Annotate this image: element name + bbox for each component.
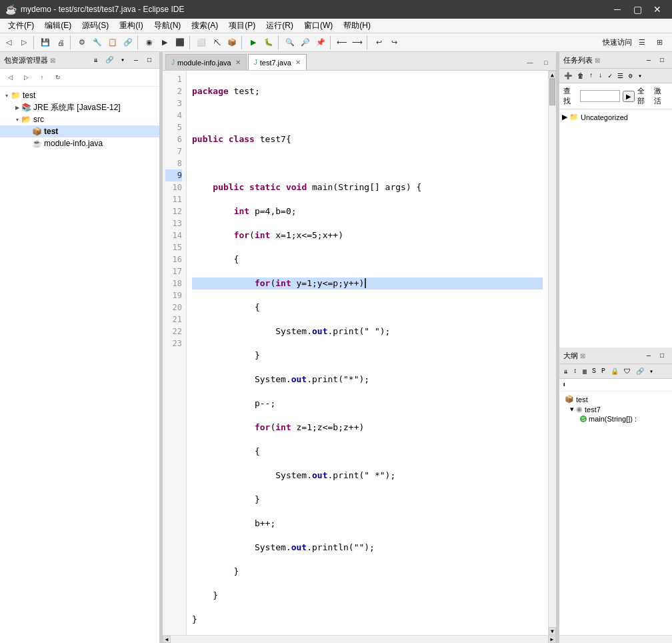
menu-window[interactable]: 窗口(W) — [299, 19, 338, 33]
scroll-up-arrow[interactable]: ▲ — [549, 71, 556, 79]
test7-tab-close[interactable]: ✕ — [295, 59, 301, 66]
search-input[interactable] — [580, 90, 620, 102]
task-options-icon[interactable]: ▾ — [636, 71, 644, 81]
tab-test7[interactable]: J test7.java ✕ — [248, 54, 307, 70]
scroll-left-arrow[interactable]: ◀ — [163, 636, 171, 643]
task-min-button[interactable]: — — [643, 54, 655, 66]
tree-item-module-info[interactable]: ☕ module-info.java — [0, 137, 159, 149]
task-filter-icon[interactable]: ☰ — [615, 71, 625, 81]
task-max-button[interactable]: □ — [656, 54, 668, 66]
tree-item-src[interactable]: ▾ 📂 src — [0, 113, 159, 125]
tab-module-info[interactable]: J module-info.java ✕ — [165, 54, 247, 70]
horizontal-scrollbar[interactable]: ◀ ▶ — [163, 635, 556, 643]
task-add-icon[interactable]: ➕ — [562, 71, 574, 81]
toolbar-b4[interactable]: 🔗 — [121, 35, 135, 50]
refresh-button[interactable]: ↻ — [51, 70, 65, 85]
outline-hide-protected-icon[interactable]: 🛡 — [622, 367, 633, 376]
filter-active[interactable]: 激活 — [654, 86, 668, 106]
outline-max-button[interactable]: □ — [656, 350, 668, 362]
maximize-button[interactable]: ▢ — [628, 2, 647, 17]
toolbar-b12[interactable]: 🔎 — [298, 35, 313, 50]
minimize-panel-button[interactable]: — — [130, 54, 142, 66]
menu-navigate[interactable]: 导航(N) — [149, 19, 187, 33]
outline-item-main[interactable]: S main(String[]) : — [562, 414, 669, 424]
outline-collapse-icon[interactable]: ⇊ — [562, 367, 570, 376]
outline-hide-static-icon[interactable]: S — [590, 367, 598, 376]
scroll-right-arrow[interactable]: ▶ — [548, 636, 556, 643]
menu-file[interactable]: 文件(F) — [3, 19, 39, 33]
search-button[interactable]: ▶ — [623, 91, 635, 102]
toolbar-b15[interactable]: ⟶ — [350, 35, 365, 50]
scroll-thumb[interactable] — [549, 79, 555, 105]
module-tab-close[interactable]: ✕ — [235, 59, 241, 66]
toolbar-back[interactable]: ◁ — [1, 35, 16, 50]
toolbar-b11[interactable]: 🔍 — [283, 35, 297, 50]
close-button[interactable]: ✕ — [648, 2, 667, 17]
toolbar-debug[interactable]: 🐛 — [261, 35, 276, 50]
tree-item-test-project[interactable]: ▾ 📁 test — [0, 89, 159, 101]
tab-maximize[interactable]: □ — [539, 55, 553, 70]
scroll-down-arrow[interactable]: ▼ — [549, 627, 556, 635]
toolbar-b10[interactable]: 📦 — [225, 35, 239, 50]
task-delete-icon[interactable]: 🗑 — [575, 71, 586, 81]
outline-hide-fields-icon[interactable]: ▥ — [581, 367, 589, 376]
maximize-panel-button[interactable]: □ — [143, 54, 155, 66]
task-folder-uncategorized[interactable]: ▶ 📁 Uncategorized — [562, 112, 669, 122]
filter-all[interactable]: 全部 — [637, 86, 651, 106]
link-editor-button[interactable]: 🔗 — [103, 54, 115, 66]
view-menu-button[interactable]: ▾ — [117, 54, 129, 66]
tree-item-jre[interactable]: ▶ 📚 JRE 系统库 [JavaSE-12] — [0, 101, 159, 113]
tree-item-test-pkg[interactable]: 📦 test — [0, 125, 159, 137]
toolbar-save[interactable]: 💾 — [38, 35, 53, 50]
menu-source[interactable]: 源码(S) — [77, 19, 114, 33]
outline-hide-private-icon[interactable]: 🔒 — [609, 367, 621, 376]
views-btn[interactable]: ⊞ — [652, 35, 667, 50]
toolbar-b14[interactable]: ⟵ — [335, 35, 349, 50]
tab-minimize[interactable]: — — [523, 55, 537, 70]
toolbar-b6[interactable]: ▶ — [157, 35, 172, 50]
task-settings-icon[interactable]: ⚙ — [627, 71, 635, 81]
collapse-all-button[interactable]: ⇊ — [90, 54, 102, 66]
toolbar-print[interactable]: 🖨 — [53, 35, 68, 50]
toolbar-b5[interactable]: ◉ — [142, 35, 157, 50]
menu-edit[interactable]: 编辑(E) — [39, 19, 77, 33]
scroll-track[interactable] — [549, 79, 556, 627]
code-content[interactable]: package test; public class test7{ public… — [187, 71, 548, 635]
toolbar-b16[interactable]: ↩ — [371, 35, 386, 50]
task-down-icon[interactable]: ↓ — [597, 71, 605, 80]
outline-scroll-track[interactable] — [559, 636, 664, 643]
outline-v-scroll[interactable] — [664, 636, 672, 643]
toolbar-b13[interactable]: 📌 — [313, 35, 328, 50]
back-button[interactable]: ◁ — [3, 70, 17, 85]
toolbar-b2[interactable]: 🔧 — [90, 35, 105, 50]
outline-min-button[interactable]: — — [643, 350, 655, 362]
outline-item-test7-class[interactable]: ▾ ◉ test7 — [562, 404, 669, 414]
vertical-scrollbar[interactable]: ▲ ▼ — [548, 71, 556, 635]
fwd-button[interactable]: ▷ — [19, 70, 33, 85]
toolbar-fwd[interactable]: ▷ — [17, 35, 31, 50]
task-done-icon[interactable]: ✓ — [606, 71, 614, 81]
menu-search[interactable]: 搜索(A) — [186, 19, 223, 33]
toolbar-b7[interactable]: ⬛ — [173, 35, 187, 50]
package-explorer-header: 包资源管理器 ⊠ ⇊ 🔗 ▾ — □ — [0, 52, 159, 69]
toolbar-b8[interactable]: ⬜ — [194, 35, 209, 50]
outline-menu-icon[interactable]: ▾ — [647, 367, 655, 376]
menu-run[interactable]: 运行(R) — [261, 19, 299, 33]
minimize-button[interactable]: ─ — [608, 2, 627, 17]
outline-link-icon[interactable]: 🔗 — [634, 367, 646, 376]
outline-item-test-pkg[interactable]: 📦 test — [562, 394, 669, 404]
task-up-icon[interactable]: ↑ — [587, 71, 595, 80]
toolbar-b9[interactable]: ⛏ — [209, 35, 224, 50]
h-scroll-track[interactable] — [171, 636, 548, 643]
up-button[interactable]: ↑ — [35, 70, 49, 85]
outline-hide-public-icon[interactable]: P — [599, 367, 607, 376]
perspectives-btn[interactable]: ☰ — [635, 35, 649, 50]
outline-sort-icon[interactable]: ↕ — [571, 367, 579, 376]
toolbar-b1[interactable]: ⚙ — [75, 35, 89, 50]
toolbar-b17[interactable]: ↪ — [387, 35, 401, 50]
menu-help[interactable]: 帮助(H) — [338, 19, 376, 33]
toolbar-b3[interactable]: 📋 — [105, 35, 120, 50]
menu-refactor[interactable]: 重构(I) — [114, 19, 148, 33]
menu-project[interactable]: 项目(P) — [223, 19, 261, 33]
toolbar-run[interactable]: ▶ — [246, 35, 261, 50]
